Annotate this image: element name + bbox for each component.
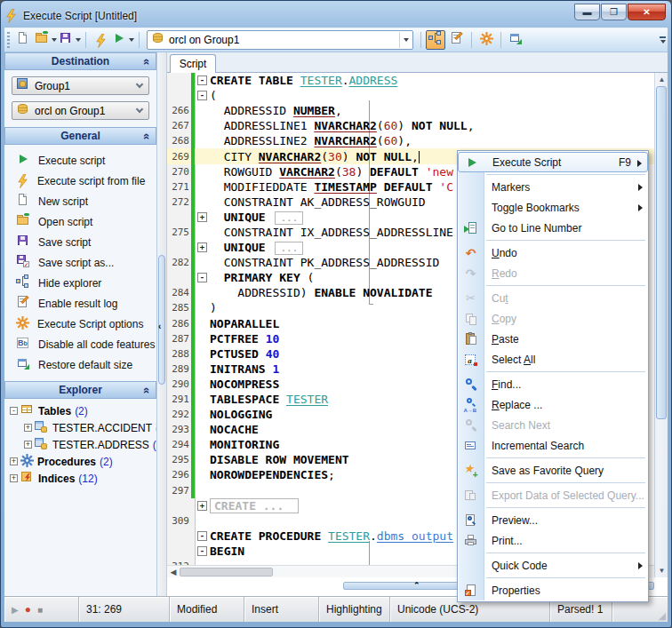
sidebar-collapse-arrow[interactable]: ‹ [158,322,161,331]
vertical-scrollbar-thumb[interactable] [656,86,667,419]
menu-item-markers[interactable]: Markers [458,177,648,197]
expand-box-icon[interactable]: + [24,424,32,432]
collapse-box-icon[interactable]: - [10,407,18,415]
menu-item-execute-script[interactable]: Execute ScriptF9 [458,152,648,172]
fold-expand-icon[interactable]: + [197,242,207,252]
menu-item-paste[interactable]: Paste [458,329,648,349]
expand-box-icon[interactable]: + [10,457,18,465]
menu-item-quick-code[interactable]: Quick Code [458,555,648,576]
tree-node-tester-accident[interactable]: +TESTER.ACCIDENT(1) [4,419,156,436]
sidebar-item-execute-script-options[interactable]: Execute Script options [4,314,156,334]
menu-item-replace[interactable]: A→BReplace ... [458,394,648,415]
sidebar-item-save-script[interactable]: Save script [4,232,156,252]
sidebar-scrollbar-thumb[interactable] [158,255,165,385]
execute-script-button[interactable] [112,30,134,50]
menu-item-copy[interactable]: Copy [458,308,648,329]
connection-dropdown-arrow[interactable] [399,32,412,48]
menu-item-find[interactable]: Find... [458,374,648,394]
fold-collapse-icon[interactable]: - [197,531,207,541]
scroll-up-arrow[interactable]: ▲ [655,73,668,86]
menu-item-incremental-search[interactable]: Incremental Search [458,435,648,456]
scroll-down-arrow[interactable]: ▼ [655,564,668,577]
tree-node-procedures[interactable]: +Procedures(2) [4,453,156,470]
scroll-left-arrow[interactable]: ◀ [167,568,180,576]
destination-header[interactable]: Destination « [4,52,156,70]
tab-script[interactable]: Script [170,54,216,73]
open-script-button[interactable] [35,30,57,50]
maximize-button[interactable]: ❐ [601,4,627,20]
menu-item-save-as-favorite-query[interactable]: ★+Save as Favorite Query [458,460,648,481]
fold-collapse-icon[interactable]: - [197,273,207,282]
horizontal-scrollbar-thumb[interactable] [180,568,273,576]
edit-document-icon [450,31,464,49]
edit-mode-button[interactable] [447,30,467,50]
expand-box-icon[interactable]: + [10,474,18,482]
chevron-down-icon[interactable] [136,81,143,88]
menu-item-properties[interactable]: ✓Properties [458,580,648,600]
save-script-button[interactable] [59,30,81,50]
stop-icon[interactable]: ■ [37,605,43,615]
execute-dropdown-arrow[interactable] [129,38,134,42]
collapse-chevron-icon[interactable]: « [140,387,154,393]
titlebar[interactable]: Execute Script [Untitled] ▬ ❐ ✕ [4,4,668,28]
collapse-chevron-icon[interactable]: « [140,133,154,139]
sidebar-item-new-script[interactable]: New script [4,191,156,211]
vertical-scrollbar[interactable]: ▲ ▼ [654,73,668,577]
code-line[interactable]: 266 ADDRESSID NUMBER, [167,103,654,118]
menu-item-search-next[interactable]: Search Next [458,415,648,435]
explorer-header[interactable]: Explorer « [4,381,156,399]
menu-item-preview[interactable]: Preview... [458,510,648,530]
menu-item-go-to-line-number[interactable]: Go to Line Number [458,218,648,238]
open-dropdown-arrow[interactable] [52,38,57,42]
menu-item-undo[interactable]: ↶Undo [458,242,648,263]
resize-grip[interactable]: ◢ [657,610,668,622]
sidebar-item-disable-all-code-features[interactable]: BbDisable all code features [4,334,156,354]
fold-expand-icon[interactable]: + [197,501,207,511]
menu-item-select-all[interactable]: aSelect All [458,349,648,370]
execute-from-file-button[interactable] [91,30,110,50]
fold-collapse-icon[interactable]: - [197,546,207,556]
code-line[interactable]: -CREATE TABLE TESTER.ADDRESS [167,73,654,88]
sidebar-item-execute-script-from-file[interactable]: Execute script from file [4,171,156,191]
menu-item-export-data-of-selected-query[interactable]: Export Data of Selected Query... [458,485,648,505]
fold-expand-icon[interactable]: + [197,212,207,222]
sidebar-item-enable-result-log[interactable]: Enable result log [4,293,156,314]
sidebar-item-hide-explorer[interactable]: Hide explorer [4,273,156,293]
menu-item-print[interactable]: Print... [458,530,648,551]
fold-collapse-icon[interactable]: - [197,91,207,100]
new-script-button[interactable] [13,30,33,50]
play-icon[interactable]: ▶ [12,605,19,615]
code-line[interactable]: 268 ADDRESSLINE2 NVARCHAR2(60), [167,133,654,148]
record-icon[interactable]: ● [25,603,31,616]
destination-combo-database[interactable]: orcl on Group1 [12,101,149,120]
toggle-explorer-button[interactable] [426,30,445,50]
close-button[interactable]: ✕ [628,4,666,20]
code-line[interactable]: 267 ADDRESSLINE1 NVARCHAR2(60) NOT NULL, [167,118,654,133]
menu-item-toggle-bookmarks[interactable]: Toggle Bookmarks [458,197,648,218]
sidebar-item-save-script-as-[interactable]: ✓Save script as... [4,252,156,273]
save-dropdown-arrow[interactable] [76,38,81,42]
general-header[interactable]: General « [4,127,156,145]
menu-item-cut[interactable]: ✂Cut [458,288,648,308]
sidebar-item-execute-script[interactable]: Execute script [4,150,156,171]
minimize-button[interactable]: ▬ [574,4,600,20]
expand-box-icon[interactable]: + [24,441,32,449]
restore-size-button[interactable] [506,30,525,50]
sidebar-item-restore-default-size[interactable]: Restore default size [4,354,156,375]
sidebar-item-open-script[interactable]: Open script [4,211,156,232]
destination-combo-group[interactable]: Group1 [12,76,149,95]
script-options-button[interactable] [476,30,496,50]
collapse-chevron-icon[interactable]: « [140,59,154,65]
chevron-down-icon[interactable] [136,106,143,113]
splitter-collapse-arrow[interactable]: ⌃ [413,581,420,590]
fold-collapse-icon[interactable]: - [197,76,207,85]
menu-item-label: Select All [492,354,535,366]
tree-node-tester-address[interactable]: +TESTER.ADDRESS(1) [4,436,156,453]
tree-node-indices[interactable]: +Indices(12) [4,470,156,487]
menu-item-redo[interactable]: ↷Redo [458,263,648,283]
code-line[interactable]: -( [167,88,654,103]
tree-node-tables[interactable]: -Tables(2) [4,402,156,419]
toolbar-overflow-button[interactable] [660,36,666,44]
connection-combobox[interactable]: orcl on Group1 [147,30,413,50]
sidebar-scrollbar[interactable]: ‹ [157,52,167,596]
